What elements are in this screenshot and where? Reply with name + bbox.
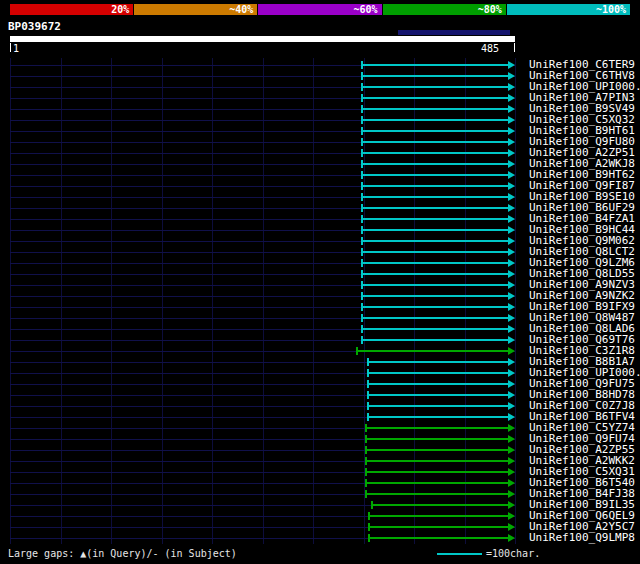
hit-start-tick [367, 380, 369, 388]
hit-alignment-bar[interactable] [361, 251, 508, 253]
hit-start-tick [361, 270, 363, 278]
hit-start-tick [365, 446, 367, 454]
hit-alignment-bar[interactable] [361, 86, 508, 88]
hit-alignment-bar[interactable] [367, 405, 508, 407]
hit-alignment-bar[interactable] [368, 537, 508, 539]
hit-start-tick [365, 457, 367, 465]
hit-start-tick [361, 171, 363, 179]
hit-alignment-bar[interactable] [361, 174, 508, 176]
hit-start-tick [368, 523, 370, 531]
hit-start-tick [361, 325, 363, 333]
hit-alignment-bar[interactable] [361, 64, 508, 66]
hit-alignment-bar[interactable] [361, 141, 508, 143]
hit-label[interactable]: UniRef100_Q9LMP8 [529, 532, 635, 543]
hit-start-tick [361, 193, 363, 201]
hit-start-tick [367, 369, 369, 377]
arrowhead-icon [508, 83, 515, 91]
arrowhead-icon [508, 270, 515, 278]
hit-alignment-bar[interactable] [361, 75, 508, 77]
hit-alignment-bar[interactable] [365, 438, 508, 440]
hit-alignment-bar[interactable] [361, 152, 508, 154]
hit-alignment-bar[interactable] [361, 130, 508, 132]
hit-start-tick [361, 94, 363, 102]
hit-alignment-bar[interactable] [361, 97, 508, 99]
query-coverage-highlight [398, 30, 510, 35]
hit-start-tick [361, 61, 363, 69]
hit-alignment-bar[interactable] [367, 416, 508, 418]
hit-alignment-bar[interactable] [361, 196, 508, 198]
hit-start-tick [365, 468, 367, 476]
hit-alignment-bar[interactable] [367, 383, 508, 385]
hit-alignment-bar[interactable] [367, 372, 508, 374]
arrowhead-icon [508, 94, 515, 102]
hit-start-tick [361, 83, 363, 91]
hit-alignment-bar[interactable] [365, 482, 508, 484]
hit-start-tick [361, 72, 363, 80]
arrowhead-icon [508, 72, 515, 80]
hit-start-tick [367, 358, 369, 366]
hit-alignment-bar[interactable] [361, 317, 508, 319]
hit-alignment-bar[interactable] [361, 306, 508, 308]
hit-start-tick [367, 402, 369, 410]
hit-alignment-bar[interactable] [361, 163, 508, 165]
hit-start-tick [361, 281, 363, 289]
query-start-coord: 1 [13, 43, 19, 54]
hit-alignment-bar[interactable] [365, 427, 508, 429]
hit-alignment-bar[interactable] [367, 394, 508, 396]
hit-alignment-bar[interactable] [361, 119, 508, 121]
hit-alignment-bar[interactable] [371, 504, 508, 506]
hit-start-tick [367, 413, 369, 421]
hit-alignment-bar[interactable] [361, 108, 508, 110]
hit-alignment-bar[interactable] [361, 240, 508, 242]
hit-alignment-bar[interactable] [361, 328, 508, 330]
hit-start-tick [361, 215, 363, 223]
hit-start-tick [361, 226, 363, 234]
identity-scale-tick-label: 20% [111, 4, 129, 15]
hit-start-tick [367, 391, 369, 399]
identity-scale-tick-label: ~40% [229, 4, 253, 15]
hit-start-tick [371, 501, 373, 509]
hit-alignment-bar[interactable] [361, 339, 508, 341]
hit-alignment-bar[interactable] [361, 229, 508, 231]
hit-start-tick [361, 160, 363, 168]
hit-start-tick [365, 479, 367, 487]
hit-start-tick [361, 303, 363, 311]
hit-alignment-bar[interactable] [361, 273, 508, 275]
query-start-tick [10, 43, 11, 52]
arrowhead-icon [508, 292, 515, 300]
arrowhead-icon [508, 105, 515, 113]
legend-label: =100char. [486, 548, 540, 560]
hit-alignment-bar[interactable] [361, 185, 508, 187]
hit-alignment-bar[interactable] [367, 361, 508, 363]
hit-alignment-bar[interactable] [365, 460, 508, 462]
hit-alignment-bar[interactable] [361, 218, 508, 220]
hits-plot: UniRef100_C6TER9UniRef100_C6THV8UniRef10… [0, 58, 640, 544]
arrowhead-icon [508, 435, 515, 443]
arrowhead-icon [508, 149, 515, 157]
hit-alignment-bar[interactable] [356, 350, 508, 352]
hit-alignment-bar[interactable] [365, 449, 508, 451]
arrowhead-icon [508, 369, 515, 377]
identity-scale-segment: 20% [10, 4, 134, 15]
arrowhead-icon [508, 325, 515, 333]
hit-start-tick [361, 149, 363, 157]
arrowhead-icon [508, 380, 515, 388]
hit-start-tick [368, 534, 370, 542]
hit-start-tick [361, 182, 363, 190]
arrowhead-icon [508, 61, 515, 69]
hit-alignment-bar[interactable] [368, 515, 508, 517]
hit-alignment-bar[interactable] [361, 207, 508, 209]
identity-scale-segment: ~100% [507, 4, 630, 15]
hit-alignment-bar[interactable] [361, 262, 508, 264]
hit-alignment-bar[interactable] [365, 493, 508, 495]
hit-alignment-bar[interactable] [365, 471, 508, 473]
hit-start-tick [361, 248, 363, 256]
hit-alignment-bar[interactable] [361, 284, 508, 286]
hit-alignment-bar[interactable] [361, 295, 508, 297]
hit-start-tick [365, 490, 367, 498]
identity-scale-segment: ~80% [383, 4, 507, 15]
arrowhead-icon [508, 336, 515, 344]
arrowhead-icon [508, 193, 515, 201]
hit-alignment-bar[interactable] [368, 526, 508, 528]
hit-start-tick [361, 204, 363, 212]
